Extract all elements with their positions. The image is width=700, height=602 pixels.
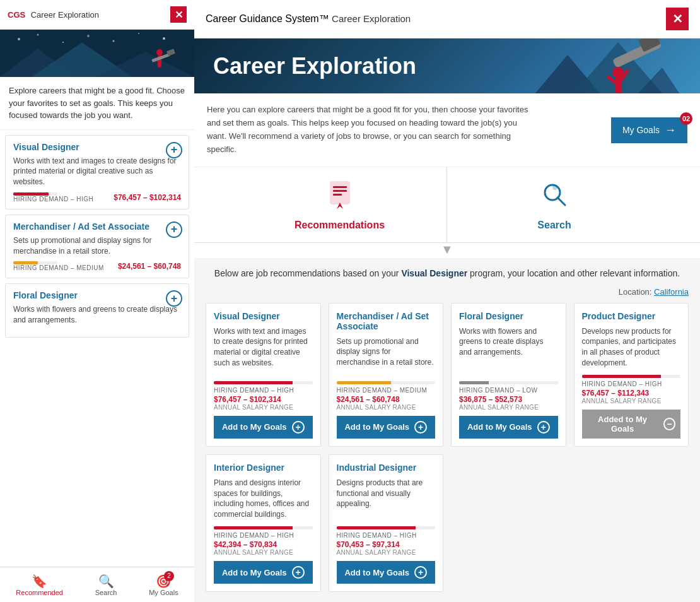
svg-rect-32 (330, 182, 349, 204)
job-card-desc-product: Develops new products for companies, and… (582, 326, 681, 369)
bar-fill-visual (214, 381, 293, 384)
add-icon-merch: + (414, 421, 427, 434)
search-icon: 🔍 (98, 574, 114, 588)
recommended-icon: 🔖 (32, 574, 47, 588)
add-merchandiser-left-button[interactable]: + (166, 221, 182, 238)
svg-rect-35 (333, 194, 342, 196)
left-card-title-1: Visual Designer (13, 142, 181, 152)
nav-icon-wrap-recommended: 🔖 (32, 574, 47, 589)
job-card-demand-product: HIRING DEMAND – HIGH (582, 381, 681, 387)
bar-fill-industrial (337, 526, 416, 529)
tab-arrow: ▼ (194, 243, 700, 258)
job-card-bar-visual (214, 381, 313, 384)
tab-search[interactable]: Search (447, 167, 662, 242)
hero-graphic (511, 38, 700, 93)
left-cards-area[interactable]: Visual Designer Works with text and imag… (0, 130, 194, 567)
add-to-goals-interior-button[interactable]: Add to My Goals + (214, 561, 313, 584)
job-card-bar-industrial (337, 526, 436, 529)
nav-icon-wrap-search: 🔍 (98, 574, 114, 589)
close-left-button[interactable]: ✕ (170, 6, 187, 23)
svg-point-2 (37, 34, 39, 36)
job-card-salary-visual: $76,457 – $102,314 (214, 395, 313, 404)
svg-point-3 (62, 42, 64, 43)
hero-banner-svg (517, 38, 694, 93)
job-card-demand-industrial: HIRING DEMAND – HIGH (337, 532, 436, 539)
bar-fill-product (582, 375, 661, 378)
right-cgs-label: Career Guidance System™ (206, 13, 329, 24)
job-card-product: Product Designer Develops new products f… (574, 303, 689, 447)
svg-point-12 (156, 49, 163, 56)
job-card-salary-label-interior: ANNUAL SALARY RANGE (214, 549, 313, 556)
add-to-goals-industrial-button[interactable]: Add to My Goals + (337, 561, 436, 584)
nav-label-my-goals: My Goals (149, 589, 178, 596)
svg-rect-34 (333, 190, 347, 192)
svg-rect-33 (333, 186, 347, 188)
my-goals-button-wrap: My Goals → 02 (611, 117, 687, 143)
job-card-salary-product: $76,457 – $112,343 (582, 389, 681, 398)
add-to-goals-floral-button[interactable]: Add to My Goals + (459, 416, 558, 439)
add-visual-designer-left-button[interactable]: + (166, 142, 182, 158)
job-cards-row1: Visual Designer Works with text and imag… (206, 303, 689, 447)
left-card-salary-row-2: HIRING DEMAND – MEDIUM $24,561 – $60,748 (13, 261, 181, 271)
job-card-bar-product (582, 375, 681, 378)
job-card-title-interior: Interior Designer (214, 463, 313, 473)
left-card-salary-row-1: HIRING DEMAND – HIGH $76,457 – $102,314 (13, 192, 181, 203)
left-panel-title: CGS Career Exploration (8, 9, 99, 20)
added-to-goals-product-button[interactable]: Added to My Goals − (582, 410, 681, 439)
job-card-salary-label-visual: ANNUAL SALARY RANGE (214, 404, 313, 411)
job-card-salary-industrial: $70,453 – $97,314 (337, 540, 436, 549)
left-card-demand-1: HIRING DEMAND – HIGH (13, 192, 93, 203)
nav-item-search[interactable]: 🔍 Search (95, 574, 117, 596)
demand-label-2: HIRING DEMAND – MEDIUM (13, 264, 104, 271)
hero-title: Career Exploration (213, 53, 416, 80)
add-to-goals-merch-label: Add to My Goals (344, 422, 409, 432)
job-card-desc-merch: Sets up promotional and display signs fo… (337, 336, 436, 375)
empty-card-2 (574, 454, 689, 592)
rec-highlight: Visual Designer (401, 268, 467, 278)
job-card-title-product: Product Designer (582, 311, 681, 321)
left-banner-bg (0, 30, 194, 77)
location-row: Location: California (206, 287, 689, 297)
nav-label-recommended: Recommended (16, 589, 63, 596)
left-panel: CGS Career Exploration ✕ (0, 0, 194, 602)
close-right-button[interactable]: ✕ (666, 8, 689, 30)
nav-icon-wrap-my-goals: 🎯 2 (156, 574, 172, 589)
svg-point-39 (552, 185, 557, 190)
job-card-salary-interior: $42,394 – $70,834 (214, 540, 313, 549)
intro-section: Here you can explore careers that might … (194, 93, 700, 167)
search-tab-icon (539, 179, 570, 216)
job-card-salary-label-industrial: ANNUAL SALARY RANGE (337, 549, 436, 556)
nav-item-my-goals[interactable]: 🎯 2 My Goals (149, 574, 178, 596)
job-card-bar-merch (337, 381, 436, 384)
left-card-merchandiser: Merchandiser / Ad Set Associate Sets up … (5, 215, 189, 279)
add-to-goals-merch-button[interactable]: Add to My Goals + (337, 416, 436, 439)
add-to-goals-visual-button[interactable]: Add to My Goals + (214, 416, 313, 439)
recommendations-tab-icon (324, 179, 356, 216)
job-card-desc-floral: Works with flowers and greens to create … (459, 326, 558, 375)
add-to-goals-interior-label: Add to My Goals (222, 568, 287, 577)
my-goals-button[interactable]: My Goals → 02 (611, 117, 687, 143)
job-card-interior: Interior Designer Plans and designs inte… (206, 454, 321, 592)
tab-recommendations-label: Recommendations (295, 220, 385, 231)
job-card-salary-label-floral: ANNUAL SALARY RANGE (459, 404, 558, 411)
right-title: Career Exploration (332, 13, 411, 24)
job-card-demand-interior: HIRING DEMAND – HIGH (214, 532, 313, 539)
svg-line-38 (557, 198, 565, 205)
add-to-goals-visual-label: Add to My Goals (222, 422, 287, 432)
job-card-salary-label-merch: ANNUAL SALARY RANGE (337, 404, 436, 411)
job-card-desc-interior: Plans and designs interior spaces for bu… (214, 478, 313, 520)
svg-point-4 (87, 35, 90, 37)
left-card-visual-designer: Visual Designer Works with text and imag… (5, 135, 189, 210)
bottom-navigation: 🔖 Recommended 🔍 Search 🎯 2 My Goals (0, 567, 194, 602)
svg-point-7 (163, 37, 165, 40)
nav-tabs: Recommendations Search (194, 167, 700, 243)
search-svg-icon (539, 179, 570, 210)
location-value[interactable]: California (654, 287, 689, 297)
nav-item-recommended[interactable]: 🔖 Recommended (16, 574, 63, 596)
added-to-goals-product-label: Added to My Goals (587, 415, 658, 434)
rec-header: Below are job recommendations based on y… (206, 268, 689, 278)
tab-recommendations[interactable]: Recommendations (233, 167, 447, 242)
job-card-demand-floral: HIRING DEMAND – LOW (459, 387, 558, 394)
left-card-title-2: Merchandiser / Ad Set Associate (13, 221, 181, 232)
intro-text: Here you can explore careers that might … (207, 103, 534, 156)
